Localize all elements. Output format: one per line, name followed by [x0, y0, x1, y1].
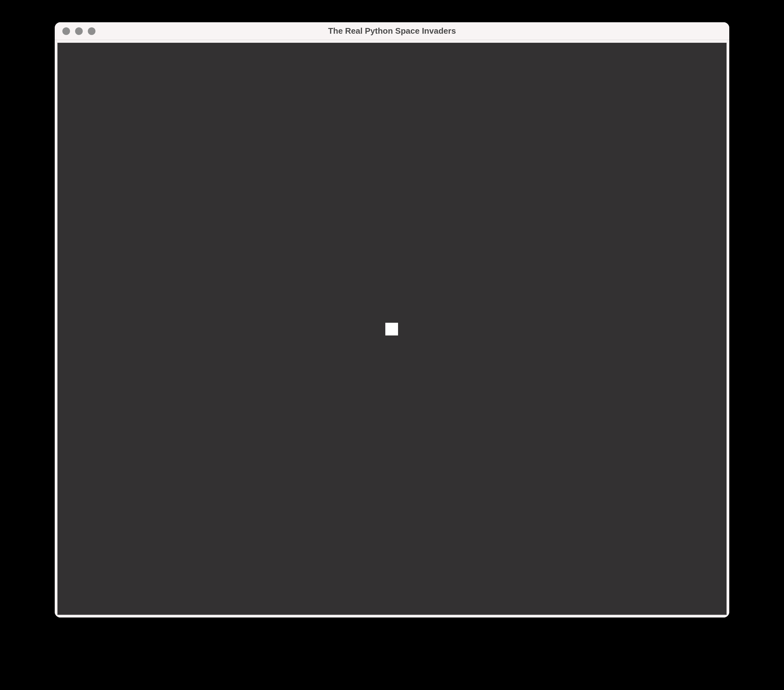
- maximize-icon[interactable]: [88, 27, 96, 35]
- titlebar[interactable]: The Real Python Space Invaders: [55, 22, 729, 40]
- window-title: The Real Python Space Invaders: [328, 26, 456, 36]
- content-wrapper: [55, 40, 729, 618]
- window-controls: [55, 27, 96, 35]
- player-sprite: [385, 323, 398, 335]
- minimize-icon[interactable]: [75, 27, 83, 35]
- close-icon[interactable]: [63, 27, 70, 35]
- app-window: The Real Python Space Invaders: [55, 22, 729, 618]
- game-canvas[interactable]: [57, 43, 727, 615]
